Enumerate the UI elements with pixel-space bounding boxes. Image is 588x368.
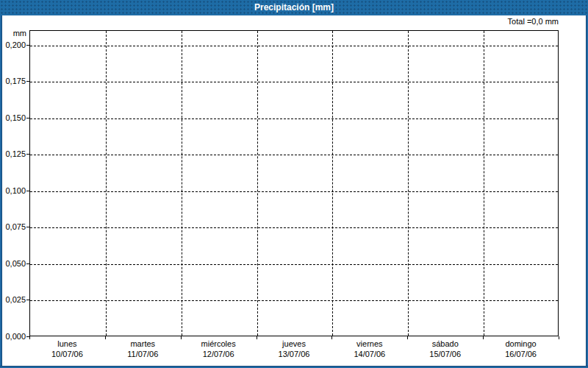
- x-date-label: 14/07/06: [331, 349, 407, 360]
- x-tick-mark: [559, 336, 559, 339]
- x-date-label: 16/07/06: [483, 349, 559, 360]
- h-gridline: [30, 264, 558, 265]
- x-date-label: 12/07/06: [181, 349, 257, 360]
- x-category-label: viernes14/07/06: [331, 339, 407, 360]
- y-tick-mark: [26, 45, 29, 46]
- x-date-label: 15/07/06: [407, 349, 483, 360]
- h-gridline: [30, 82, 558, 82]
- x-day-label: miércoles: [181, 339, 257, 349]
- v-gridline: [182, 31, 182, 336]
- v-gridline: [106, 31, 107, 336]
- x-day-label: martes: [105, 339, 181, 349]
- x-date-label: 10/07/06: [29, 349, 105, 360]
- y-tick-mark: [26, 263, 29, 264]
- x-category-label: jueves13/07/06: [257, 339, 332, 360]
- h-gridline: [30, 118, 558, 119]
- y-tick-label: 0,075: [0, 222, 26, 232]
- x-category-label: miércoles12/07/06: [181, 339, 257, 360]
- y-tick-label: 0,100: [0, 185, 26, 196]
- y-tick-mark: [26, 81, 29, 82]
- y-tick-mark: [26, 154, 29, 155]
- y-tick-mark: [26, 191, 29, 191]
- h-gridline: [30, 227, 558, 228]
- y-tick-label: 0,025: [0, 294, 26, 305]
- v-gridline: [257, 31, 258, 336]
- x-day-label: sábado: [407, 339, 483, 349]
- y-tick-label: 0,000: [0, 331, 26, 342]
- h-gridline: [30, 300, 558, 301]
- chart-title: Precipitación [mm]: [0, 0, 588, 15]
- x-date-label: 11/07/06: [105, 349, 181, 360]
- plot-area: [29, 30, 559, 336]
- total-annotation: Total =0,0 mm: [0, 17, 559, 26]
- h-gridline: [30, 191, 558, 192]
- y-tick-label: 0,200: [0, 40, 26, 50]
- chart-window: Precipitación [mm] Total =0,0 mm mm 0,00…: [0, 0, 588, 368]
- y-tick-label: 0,175: [0, 76, 26, 86]
- x-category-label: martes11/07/06: [105, 339, 181, 360]
- x-day-label: jueves: [257, 339, 332, 349]
- y-tick-label: 0,050: [0, 258, 26, 269]
- y-tick-label: 0,125: [0, 149, 26, 159]
- v-gridline: [484, 31, 484, 336]
- x-category-label: lunes10/07/06: [29, 339, 105, 360]
- x-category-label: domingo16/07/06: [483, 339, 559, 360]
- x-day-label: viernes: [331, 339, 407, 349]
- h-gridline: [30, 155, 558, 155]
- y-tick-mark: [26, 227, 29, 227]
- v-gridline: [408, 31, 409, 336]
- x-date-label: 13/07/06: [257, 349, 332, 360]
- x-day-label: domingo: [483, 339, 559, 349]
- window-titlebar: Precipitación [mm]: [0, 0, 588, 15]
- h-gridline: [30, 46, 558, 46]
- x-category-label: sábado15/07/06: [407, 339, 483, 360]
- y-tick-mark: [26, 300, 29, 300]
- y-tick-mark: [26, 118, 29, 118]
- x-day-label: lunes: [29, 339, 105, 349]
- v-gridline: [332, 31, 333, 336]
- y-tick-label: 0,150: [0, 113, 26, 123]
- y-axis-unit-label: mm: [0, 29, 26, 38]
